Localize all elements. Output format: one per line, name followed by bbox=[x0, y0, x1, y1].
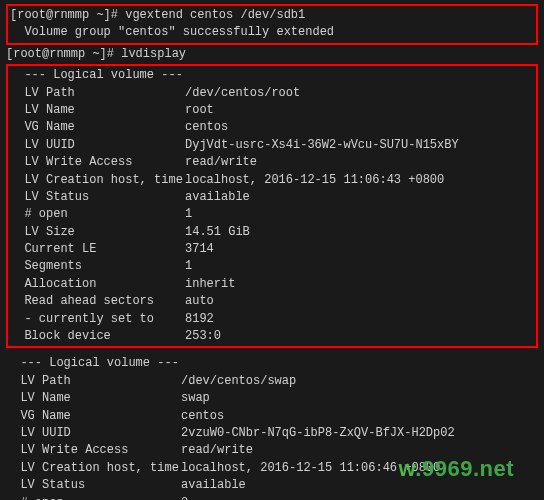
shell-prompt: [root@rnmmp ~]# bbox=[6, 47, 121, 61]
lv-property-label: Read ahead sectors bbox=[10, 293, 185, 310]
lv-heading: --- Logical volume --- bbox=[6, 355, 538, 372]
lv-property-value: /dev/centos/swap bbox=[181, 373, 538, 390]
lv-property-label: LV Size bbox=[10, 224, 185, 241]
lv-property-label: LV Status bbox=[6, 477, 181, 494]
lv-property-value: 14.51 GiB bbox=[185, 224, 534, 241]
lv-property-label: LV Path bbox=[6, 373, 181, 390]
lv-property-value: auto bbox=[185, 293, 534, 310]
lv-property-value: /dev/centos/root bbox=[185, 85, 534, 102]
lv-property-value: available bbox=[185, 189, 534, 206]
lv-property-value: centos bbox=[185, 119, 534, 136]
lv-property-label: LV Name bbox=[6, 390, 181, 407]
lv-property-row: LV Path/dev/centos/root bbox=[10, 85, 534, 102]
command-text: vgextend centos /dev/sdb1 bbox=[125, 8, 305, 22]
lv-property-label: LV Write Access bbox=[10, 154, 185, 171]
lv-property-row: Current LE3714 bbox=[10, 241, 534, 258]
command-line-2: [root@rnmmp ~]# lvdisplay bbox=[6, 46, 538, 63]
lv-property-row: # open1 bbox=[10, 206, 534, 223]
lv-property-row: # open2 bbox=[6, 495, 538, 500]
lv-property-label: # open bbox=[6, 495, 181, 500]
lv-property-row: Allocationinherit bbox=[10, 276, 534, 293]
lv-property-row: VG Namecentos bbox=[6, 408, 538, 425]
lv-property-row: LV Size14.51 GiB bbox=[10, 224, 534, 241]
lv-property-label: LV Status bbox=[10, 189, 185, 206]
lv-property-value: 1 bbox=[185, 258, 534, 275]
lv-property-label: LV UUID bbox=[6, 425, 181, 442]
highlight-box-command1: [root@rnmmp ~]# vgextend centos /dev/sdb… bbox=[6, 4, 538, 45]
lv-property-label: LV Name bbox=[10, 102, 185, 119]
lv-property-value: 253:0 bbox=[185, 328, 534, 345]
lv-heading: --- Logical volume --- bbox=[10, 67, 534, 84]
lv-property-value: swap bbox=[181, 390, 538, 407]
lv-property-value: 8192 bbox=[185, 311, 534, 328]
lv-property-value: root bbox=[185, 102, 534, 119]
lv-property-row: Segments1 bbox=[10, 258, 534, 275]
lv-property-value: inherit bbox=[185, 276, 534, 293]
shell-prompt: [root@rnmmp ~]# bbox=[10, 8, 125, 22]
lv-property-row: LV UUIDDyjVdt-usrc-Xs4i-36W2-wVcu-SU7U-N… bbox=[10, 137, 534, 154]
lv-property-value: 2 bbox=[181, 495, 538, 500]
lv-property-label: Allocation bbox=[10, 276, 185, 293]
lv-property-value: localhost, 2016-12-15 11:06:43 +0800 bbox=[185, 172, 534, 189]
command-line-1: [root@rnmmp ~]# vgextend centos /dev/sdb… bbox=[10, 7, 534, 24]
lv-property-value: centos bbox=[181, 408, 538, 425]
lv-property-label: LV Write Access bbox=[6, 442, 181, 459]
lv-property-row: Read ahead sectorsauto bbox=[10, 293, 534, 310]
lv-property-row: LV Nameroot bbox=[10, 102, 534, 119]
lv-property-row: LV Nameswap bbox=[6, 390, 538, 407]
lv1-rows: LV Path/dev/centos/root LV Nameroot VG N… bbox=[10, 85, 534, 346]
lv-property-value: DyjVdt-usrc-Xs4i-36W2-wVcu-SU7U-N15xBY bbox=[185, 137, 534, 154]
lv-property-value: 3714 bbox=[185, 241, 534, 258]
watermark-text: w.9969.net bbox=[399, 456, 514, 482]
lv-property-label: Block device bbox=[10, 328, 185, 345]
highlight-box-lv1: --- Logical volume --- LV Path/dev/cento… bbox=[6, 64, 538, 348]
lv-property-row: - currently set to8192 bbox=[10, 311, 534, 328]
lv-property-row: Block device253:0 bbox=[10, 328, 534, 345]
lv-property-label: VG Name bbox=[6, 408, 181, 425]
lv-property-label: Current LE bbox=[10, 241, 185, 258]
terminal-output: [root@rnmmp ~]# vgextend centos /dev/sdb… bbox=[0, 0, 544, 500]
lv-property-row: LV Path/dev/centos/swap bbox=[6, 373, 538, 390]
lv-property-value: 2vzuW0-CNbr-N7qG-ibP8-ZxQV-BfJX-H2Dp02 bbox=[181, 425, 538, 442]
lv-property-label: LV Creation host, time bbox=[10, 172, 185, 189]
lv-property-label: LV Path bbox=[10, 85, 185, 102]
lv-property-value: read/write bbox=[185, 154, 534, 171]
lv-property-row: VG Namecentos bbox=[10, 119, 534, 136]
lv-property-value: 1 bbox=[185, 206, 534, 223]
lv-property-row: LV Write Accessread/write bbox=[10, 154, 534, 171]
lv-property-label: - currently set to bbox=[10, 311, 185, 328]
lv-property-label: LV UUID bbox=[10, 137, 185, 154]
lv-property-row: LV Statusavailable bbox=[10, 189, 534, 206]
lv-property-row: LV Creation host, timelocalhost, 2016-12… bbox=[10, 172, 534, 189]
lv-property-label: Segments bbox=[10, 258, 185, 275]
lv-property-label: # open bbox=[10, 206, 185, 223]
lv-property-row: LV UUID2vzuW0-CNbr-N7qG-ibP8-ZxQV-BfJX-H… bbox=[6, 425, 538, 442]
lv-property-label: LV Creation host, time bbox=[6, 460, 181, 477]
lv-property-label: VG Name bbox=[10, 119, 185, 136]
command-output-1: Volume group "centos" successfully exten… bbox=[10, 24, 534, 41]
command-text: lvdisplay bbox=[121, 47, 186, 61]
